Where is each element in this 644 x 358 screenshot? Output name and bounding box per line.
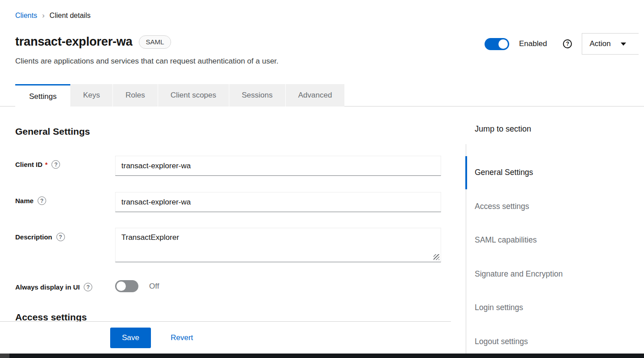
description-label: Description	[15, 233, 65, 241]
jump-item-signature-encryption[interactable]: Signature and Encryption	[475, 268, 563, 279]
tab-sessions[interactable]: Sessions	[229, 84, 286, 107]
tab-bar: Settings Keys Roles Client scopes Sessio…	[15, 84, 344, 107]
client-id-label-text: Client ID	[15, 161, 43, 168]
window-bottom-edge	[0, 354, 644, 358]
save-bar: Save Revert	[0, 321, 451, 354]
tab-roles[interactable]: Roles	[113, 84, 158, 107]
chevron-down-icon	[621, 43, 626, 46]
help-icon[interactable]	[563, 39, 572, 48]
client-id-help-icon[interactable]	[52, 160, 60, 169]
enabled-toggle[interactable]	[485, 38, 509, 50]
breadcrumb-current: Client details	[50, 12, 91, 20]
always-display-toggle[interactable]	[115, 280, 138, 292]
jump-nav-active-indicator	[465, 156, 467, 189]
header-controls: Enabled Action	[485, 33, 639, 55]
description-field-wrap: TransactExplorer	[115, 228, 441, 262]
resize-grip-icon[interactable]	[434, 254, 439, 260]
description-label-text: Description	[15, 233, 52, 241]
always-display-label: Always display in UI	[15, 283, 92, 291]
page-title: transact-explorer-wa	[15, 35, 133, 49]
name-label-text: Name	[15, 197, 34, 205]
jump-item-saml-capabilities[interactable]: SAML capabilities	[475, 234, 537, 245]
title-row: transact-explorer-wa SAML	[15, 35, 171, 49]
tab-settings[interactable]: Settings	[15, 84, 70, 107]
description-help-icon[interactable]	[56, 233, 65, 241]
window-bottom-corner	[0, 354, 9, 358]
toggle-knob	[116, 281, 126, 291]
jump-item-login-settings[interactable]: Login settings	[475, 302, 523, 313]
name-help-icon[interactable]	[38, 196, 46, 205]
tab-keys[interactable]: Keys	[70, 84, 113, 107]
always-display-help-icon[interactable]	[84, 283, 92, 291]
jump-item-logout-settings[interactable]: Logout settings	[475, 336, 528, 347]
always-display-state: Off	[149, 280, 159, 292]
jump-item-general-settings[interactable]: General Settings	[475, 167, 533, 178]
protocol-badge: SAML	[139, 35, 172, 49]
required-asterisk: *	[45, 161, 47, 168]
save-button[interactable]: Save	[110, 328, 151, 348]
jump-item-access-settings[interactable]: Access settings	[475, 201, 529, 212]
jump-nav-title: Jump to section	[475, 124, 531, 134]
breadcrumb: Clients › Client details	[15, 11, 90, 20]
always-display-label-text: Always display in UI	[15, 283, 80, 291]
section-title-general-settings: General Settings	[15, 126, 90, 137]
tab-client-scopes[interactable]: Client scopes	[158, 84, 229, 107]
client-id-label: Client ID *	[15, 160, 60, 169]
breadcrumb-separator-icon: ›	[42, 11, 45, 20]
enabled-label: Enabled	[519, 39, 547, 48]
action-dropdown-label: Action	[589, 39, 610, 48]
name-input[interactable]	[115, 192, 441, 212]
tab-advanced[interactable]: Advanced	[286, 84, 345, 107]
description-textarea[interactable]: TransactExplorer	[115, 228, 441, 262]
client-id-input[interactable]	[115, 156, 441, 176]
action-dropdown-button[interactable]: Action	[582, 33, 639, 55]
footer-mask	[451, 321, 466, 354]
breadcrumb-link-clients[interactable]: Clients	[15, 12, 37, 20]
page-subtitle: Clients are applications and services th…	[15, 57, 279, 66]
name-label: Name	[15, 196, 46, 205]
revert-button[interactable]: Revert	[171, 333, 193, 342]
toggle-knob	[498, 39, 508, 49]
